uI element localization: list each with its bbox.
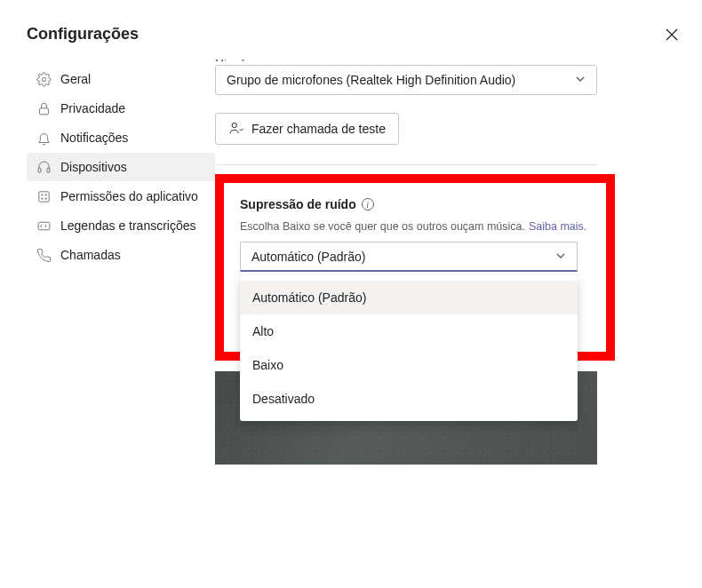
- phone-icon: [36, 247, 52, 263]
- sidebar-item-captions[interactable]: Legendas e transcrições: [27, 211, 215, 240]
- noise-option-low[interactable]: Baixo: [240, 348, 578, 382]
- sidebar-item-label: Privacidade: [60, 101, 125, 115]
- person-call-icon: [228, 120, 244, 139]
- section-divider: [215, 164, 597, 165]
- close-button[interactable]: [663, 26, 681, 44]
- svg-point-2: [42, 77, 45, 81]
- shield-icon: [36, 188, 52, 204]
- settings-main: Microfone Grupo de microfones (Realtek H…: [215, 58, 702, 465]
- sidebar-item-notifications[interactable]: Notificações: [27, 123, 215, 152]
- svg-point-8: [44, 194, 45, 195]
- sidebar-item-label: Geral: [60, 72, 91, 86]
- microphone-label: Microfone: [215, 58, 677, 61]
- close-icon: [666, 28, 678, 41]
- sidebar-item-devices[interactable]: Dispositivos: [27, 153, 215, 181]
- headset-icon: [36, 159, 52, 175]
- learn-more-link[interactable]: Saiba mais.: [529, 220, 586, 233]
- cc-icon: [36, 218, 52, 234]
- sidebar-item-app-permissions[interactable]: Permissões do aplicativo: [27, 182, 215, 211]
- chevron-down-icon: [575, 73, 586, 87]
- noise-option-high[interactable]: Alto: [240, 314, 578, 348]
- gear-icon: [36, 71, 52, 87]
- microphone-select[interactable]: Grupo de microfones (Realtek High Defini…: [215, 65, 597, 95]
- svg-rect-4: [38, 168, 41, 172]
- svg-rect-5: [47, 168, 50, 172]
- lock-icon: [36, 100, 52, 116]
- sidebar-item-label: Permissões do aplicativo: [60, 189, 198, 203]
- chevron-down-icon: [555, 250, 566, 264]
- bell-icon: [36, 130, 52, 146]
- svg-point-10: [44, 197, 45, 198]
- info-icon[interactable]: i: [362, 198, 374, 211]
- sidebar-item-label: Legendas e transcrições: [60, 219, 196, 233]
- noise-option-off[interactable]: Desativado: [240, 382, 578, 416]
- sidebar-item-general[interactable]: Geral: [27, 65, 215, 93]
- svg-point-7: [41, 194, 42, 195]
- test-call-button[interactable]: Fazer chamada de teste: [215, 113, 399, 145]
- microphone-selected-value: Grupo de microfones (Realtek High Defini…: [227, 73, 515, 87]
- noise-suppression-hint: Escolha Baixo se você quer que os outros…: [240, 220, 590, 233]
- svg-rect-6: [38, 191, 48, 201]
- noise-selected-value: Automático (Padrão): [251, 250, 365, 264]
- sidebar-item-label: Notificações: [60, 131, 128, 145]
- noise-suppression-section: Supressão de ruído i Escolha Baixo se vo…: [215, 174, 615, 361]
- noise-option-auto[interactable]: Automático (Padrão): [240, 281, 578, 314]
- svg-point-9: [41, 197, 42, 198]
- sidebar-item-label: Dispositivos: [60, 160, 127, 174]
- page-title: Configurações: [27, 25, 139, 44]
- noise-suppression-dropdown: Automático (Padrão) Alto Baixo Desativad…: [240, 275, 578, 421]
- svg-rect-11: [38, 222, 50, 230]
- noise-suppression-title: Supressão de ruído: [240, 197, 356, 211]
- settings-sidebar: Geral Privacidade Notificações Dispositi…: [27, 58, 215, 465]
- sidebar-item-privacy[interactable]: Privacidade: [27, 94, 215, 123]
- test-call-label: Fazer chamada de teste: [251, 122, 386, 136]
- svg-rect-3: [39, 107, 48, 114]
- svg-point-12: [232, 123, 236, 127]
- sidebar-item-label: Chamadas: [60, 248, 121, 262]
- sidebar-item-calls[interactable]: Chamadas: [27, 241, 215, 269]
- noise-suppression-select[interactable]: Automático (Padrão): [240, 242, 578, 272]
